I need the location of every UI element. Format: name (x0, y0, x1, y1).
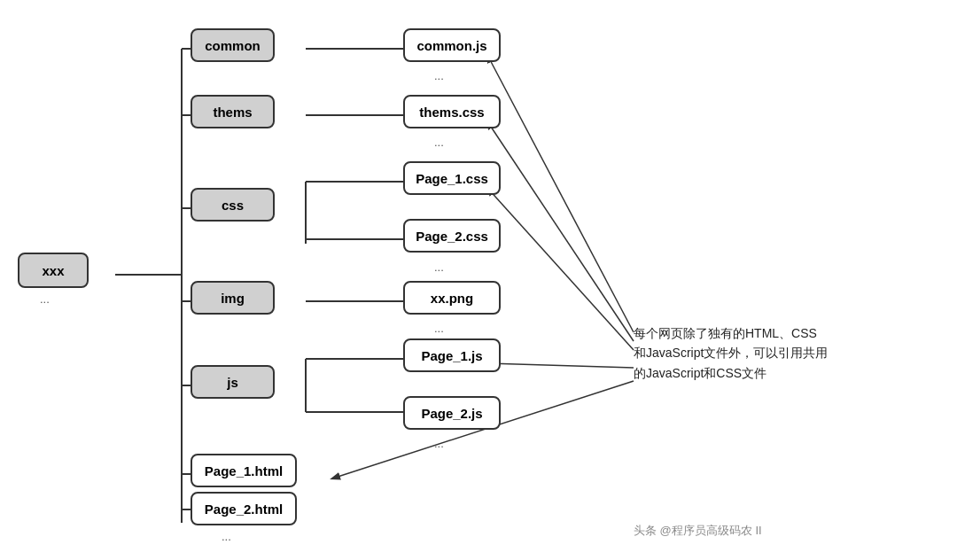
js-dots: ... (434, 437, 444, 450)
svg-line-19 (487, 121, 634, 341)
annotation-line2: 和JavaScript文件外，可以引用共用 (634, 343, 828, 362)
node-img: img (191, 281, 275, 315)
page2-js-label: Page_2.js (421, 406, 482, 421)
thems-css-label: thems.css (419, 105, 484, 120)
node-thems-css: thems.css (403, 95, 501, 128)
common-js-label: common.js (416, 38, 486, 53)
node-js: js (191, 365, 275, 399)
page1-html-label: Page_1.html (205, 463, 283, 478)
node-page1-css: Page_1.css (403, 161, 501, 195)
node-page1-js: Page_1.js (403, 338, 501, 372)
node-common: common (191, 28, 275, 62)
svg-line-21 (487, 363, 634, 368)
node-xxx: xxx (18, 253, 89, 288)
node-xx-png: xx.png (403, 281, 501, 315)
watermark-text: 头条 @程序员高级码农 II (634, 524, 762, 537)
page1-css-label: Page_1.css (416, 171, 488, 186)
node-page2-js: Page_2.js (403, 396, 501, 430)
annotation: 每个网页除了独有的HTML、CSS 和JavaScript文件外，可以引用共用 … (634, 323, 828, 383)
node-css: css (191, 188, 275, 222)
node-common-js: common.js (403, 28, 501, 62)
page2-html-label: Page_2.html (205, 502, 283, 517)
img-dots: ... (434, 322, 444, 335)
xxx-dots: ... (40, 292, 50, 306)
node-thems: thems (191, 95, 275, 128)
css-label: css (222, 198, 244, 213)
node-page2-html: Page_2.html (191, 492, 297, 525)
thems-dots: ... (434, 136, 444, 149)
diagram-svg (0, 0, 957, 560)
xx-png-label: xx.png (431, 291, 473, 306)
page2-css-label: Page_2.css (416, 229, 488, 244)
watermark: 头条 @程序员高级码农 II (634, 523, 762, 539)
js-label: js (227, 375, 238, 390)
diagram-container: xxx ... common thems css img js common.j… (0, 0, 957, 560)
common-dots: ... (434, 69, 444, 82)
svg-line-18 (487, 55, 634, 332)
xxx-label: xxx (42, 263, 64, 278)
img-label: img (221, 291, 245, 306)
node-page1-html: Page_1.html (191, 454, 297, 487)
thems-label: thems (213, 105, 252, 120)
page1-js-label: Page_1.js (421, 348, 482, 363)
css-dots: ... (434, 261, 444, 274)
annotation-line1: 每个网页除了独有的HTML、CSS (634, 323, 828, 343)
svg-line-20 (487, 188, 634, 350)
html-dots: ... (222, 530, 231, 543)
common-label: common (205, 38, 261, 53)
annotation-line3: 的JavaScript和CSS文件 (634, 363, 828, 383)
node-page2-css: Page_2.css (403, 219, 501, 253)
